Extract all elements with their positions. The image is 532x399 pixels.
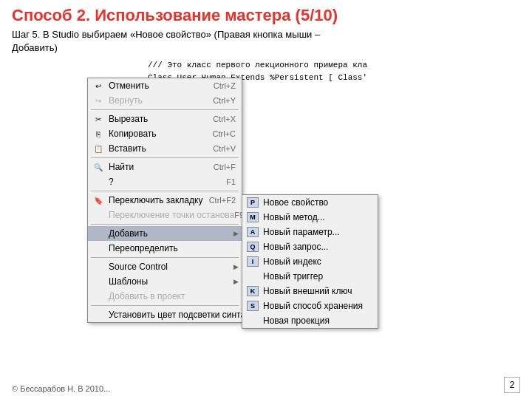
- menu-item-shortcut: Ctrl+V: [213, 144, 236, 153]
- submenu-item-new-parameter[interactable]: AНовый параметр...: [242, 225, 378, 239]
- menu-item-label: Source Control: [109, 262, 168, 272]
- menu-item-label: Переопределить: [109, 243, 178, 253]
- menu-item-shortcut: F1: [226, 177, 236, 186]
- menu-item-override[interactable]: Переопределить: [88, 241, 242, 256]
- menu-item-label: Копировать: [109, 129, 157, 139]
- redo-icon: ↪: [92, 95, 104, 106]
- menu-item-syntax[interactable]: Установить цвет подсветки синтаксиса: [88, 307, 242, 322]
- new-property-icon: P: [247, 197, 259, 208]
- menu-item-source[interactable]: Source Control: [88, 259, 242, 274]
- cut-icon: ✂: [92, 113, 104, 125]
- code-line: /// Это класс первого лекционного пример…: [148, 59, 525, 72]
- menu-item-breakpoint: Переключение точки остановаF9: [88, 208, 242, 222]
- submenu-item-new-query[interactable]: QНовый запрос...: [242, 239, 378, 254]
- find-icon: 🔍: [92, 161, 104, 173]
- menu-item-label: Вернуть: [109, 95, 143, 106]
- new-parameter-icon: A: [247, 227, 259, 237]
- copy-icon: ⎘: [92, 128, 104, 140]
- menu-item-shortcut: Ctrl+C: [213, 129, 236, 138]
- menu-item-shortcut: Ctrl+F: [214, 163, 236, 171]
- submenu-item-label: Новый внешний ключ: [263, 286, 352, 296]
- menu-separator: [91, 305, 239, 306]
- subtitle-line2: Добавить): [12, 42, 58, 53]
- submenu-item-new-trigger[interactable]: Новый триггер: [242, 269, 378, 284]
- menu-item-label: Найти: [109, 162, 134, 172]
- menu-item-shortcut: Ctrl+Z: [214, 81, 236, 90]
- page-number: 2: [504, 377, 520, 393]
- submenu-item-new-foreign-key[interactable]: KНовый внешний ключ: [242, 284, 378, 299]
- menu-item-shortcut: Ctrl+F2: [209, 196, 236, 205]
- menu-item-label: Шаблоны: [109, 276, 148, 287]
- menu-item-label: Добавить: [109, 228, 148, 239]
- submenu-item-label: Новый индекс: [263, 256, 321, 267]
- menu-separator: [91, 157, 239, 158]
- menu-item-label: Переключить закладку: [109, 195, 202, 205]
- title-bar: Способ 2. Использование мастера (5/10) Ш…: [0, 0, 532, 58]
- subtitle: Шаг 5. В Studio выбираем «Новое свойство…: [12, 28, 520, 55]
- subtitle-line1: Шаг 5. В Studio выбираем «Новое свойство…: [12, 29, 320, 40]
- footer: © Бессарабов Н. В 2010...: [12, 384, 110, 393]
- submenu-item-new-storage[interactable]: SНовый способ хранения: [242, 299, 378, 313]
- new-storage-icon: S: [247, 301, 259, 311]
- menu-item-label: Вставить: [109, 143, 146, 154]
- submenu-item-label: Новая проекция: [263, 316, 330, 326]
- menu-item-shortcut: Ctrl+X: [213, 115, 236, 123]
- menu-item-help[interactable]: ?F1: [88, 174, 242, 189]
- bookmark-icon: 🔖: [92, 194, 104, 206]
- menu-separator: [91, 224, 239, 225]
- menu-separator: [91, 257, 239, 258]
- menu-item-find[interactable]: 🔍НайтиCtrl+F: [88, 160, 242, 174]
- submenu-item-new-projection[interactable]: Новая проекция: [242, 313, 378, 328]
- menu-item-label: Вырезать: [109, 114, 148, 124]
- menu-separator: [91, 109, 239, 110]
- submenu-item-label: Новый способ хранения: [263, 301, 363, 311]
- menu-item-shortcut: Ctrl+Y: [213, 96, 236, 105]
- menu-item-templates[interactable]: Шаблоны: [88, 274, 242, 289]
- menu-item-undo[interactable]: ↩ОтменитьCtrl+Z: [88, 78, 242, 93]
- submenu-item-new-property[interactable]: PНовое свойство: [242, 195, 378, 210]
- menu-item-label: Переключение точки останова: [109, 210, 234, 220]
- menu-separator: [91, 191, 239, 191]
- menu-item-add[interactable]: Добавить: [88, 226, 242, 241]
- menu-item-paste[interactable]: 📋ВставитьCtrl+V: [88, 141, 242, 156]
- submenu-item-label: Новый запрос...: [263, 242, 328, 252]
- submenu-item-label: Новый триггер: [263, 271, 323, 282]
- context-menu: ↩ОтменитьCtrl+Z↪ВернутьCtrl+Y✂ВырезатьCt…: [87, 78, 242, 323]
- menu-item-bookmark[interactable]: 🔖Переключить закладкуCtrl+F2: [88, 193, 242, 208]
- new-method-icon: M: [247, 212, 259, 222]
- new-query-icon: Q: [247, 242, 259, 252]
- menu-item-copy[interactable]: ⎘КопироватьCtrl+C: [88, 126, 242, 141]
- submenu-item-new-method[interactable]: MНовый метод...: [242, 210, 378, 225]
- undo-icon: ↩: [92, 80, 104, 92]
- menu-item-label: Добавить в проект: [109, 291, 185, 301]
- paste-icon: 📋: [92, 143, 104, 154]
- menu-item-label: Отменить: [109, 81, 149, 91]
- new-index-icon: I: [247, 256, 259, 267]
- submenu: PНовое свойствоMНовый метод...AНовый пар…: [242, 194, 378, 329]
- submenu-item-label: Новый метод...: [263, 212, 325, 222]
- page-title: Способ 2. Использование мастера (5/10): [12, 6, 520, 25]
- submenu-item-label: Новый параметр...: [263, 227, 340, 237]
- menu-item-addproject: Добавить в проект: [88, 289, 242, 304]
- menu-item-redo: ↪ВернутьCtrl+Y: [88, 93, 242, 108]
- new-foreign-key-icon: K: [247, 286, 259, 296]
- submenu-item-new-index[interactable]: IНовый индекс: [242, 254, 378, 269]
- menu-item-label: ?: [109, 177, 114, 187]
- submenu-item-label: Новое свойство: [263, 197, 328, 208]
- menu-item-cut[interactable]: ✂ВырезатьCtrl+X: [88, 112, 242, 126]
